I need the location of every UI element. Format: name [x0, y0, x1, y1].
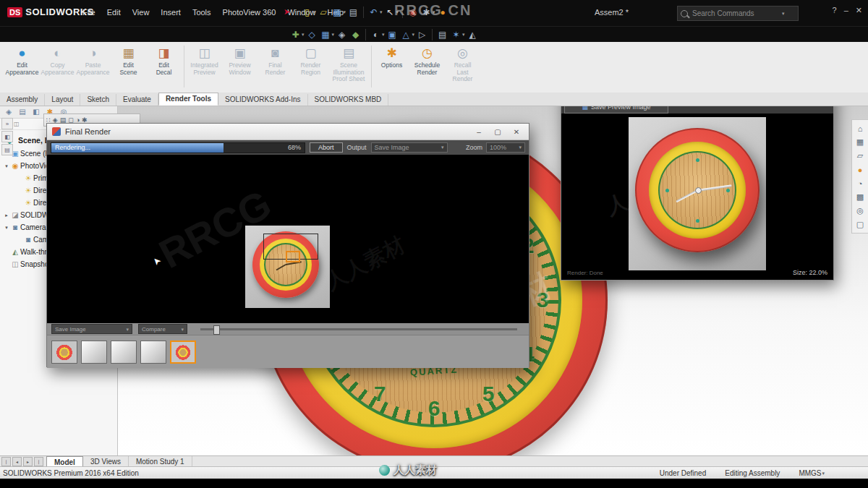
render-thumbnail[interactable] — [140, 341, 166, 364]
compare-image-select[interactable]: Save Image ▾ — [51, 324, 132, 334]
search-input[interactable] — [691, 9, 780, 18]
reference-geometry-caret-icon[interactable]: ▾ — [412, 32, 415, 38]
panel-list-icon[interactable]: ▤ — [1, 144, 13, 155]
split-pane-icon[interactable]: ◫ — [14, 121, 20, 127]
expand-icon[interactable]: ▢ — [854, 218, 867, 231]
print-icon[interactable]: ▤ — [347, 5, 359, 20]
copy-appearance-button[interactable]: ◐ Copy Appearance — [40, 45, 75, 76]
collapse-panel-icon[interactable]: » — [1, 118, 13, 129]
save-caret-icon[interactable]: ▾ — [344, 9, 346, 15]
units-selector[interactable]: MMGS ▾ — [799, 469, 825, 477]
tab-scroll-start-icon[interactable]: ❘ — [1, 457, 11, 466]
recall-last-render-button[interactable]: ◎ Recall Last Render — [445, 45, 480, 83]
edit-scene-button[interactable]: ▦ Edit Scene — [111, 45, 146, 76]
final-render-titlebar[interactable]: Final Render – ▢ ✕ — [47, 124, 529, 140]
close-icon[interactable]: ✕ — [856, 6, 862, 15]
render-region-button[interactable]: ▢ Render Region — [293, 45, 328, 76]
property-manager-tab-icon[interactable]: ▤ — [17, 108, 28, 116]
tab-solidworks-mbd[interactable]: SOLIDWORKS MBD — [308, 94, 389, 106]
maximize-icon[interactable]: ▢ — [490, 128, 505, 136]
linear-pattern-icon[interactable]: ▦ — [320, 27, 332, 42]
new-document-icon[interactable]: ▯ — [301, 5, 313, 20]
preview-window-button[interactable]: ▣ Preview Window — [222, 45, 258, 76]
options-button[interactable]: ✱ Options — [374, 45, 409, 69]
search-commands-box[interactable]: ▾ — [677, 6, 799, 21]
menu-file[interactable]: File — [77, 6, 101, 19]
tab-scroll-left-icon[interactable]: ◂ — [12, 457, 22, 466]
configuration-manager-tab-icon[interactable]: ◧ — [30, 108, 42, 116]
motion-study-icon[interactable]: ▷ — [416, 27, 428, 42]
render-region-handle[interactable] — [286, 251, 300, 262]
linear-pattern-caret-icon[interactable]: ▾ — [332, 32, 335, 38]
tab-motion-study-1[interactable]: Motion Study 1 — [129, 456, 192, 467]
undo-icon[interactable]: ↶ — [367, 5, 380, 20]
new-document-caret-icon[interactable]: ▾ — [313, 9, 316, 15]
insert-components-caret-icon[interactable]: ▾ — [302, 32, 305, 38]
panel-view-icon[interactable]: ◧ — [1, 131, 13, 142]
tab-render-tools[interactable]: Render Tools — [158, 93, 218, 106]
compare-slider[interactable] — [200, 328, 517, 330]
render-thumbnail[interactable] — [51, 341, 77, 364]
output-select[interactable]: Save Image ▾ — [371, 142, 448, 153]
tab-scroll-end-icon[interactable]: ❘ — [34, 457, 43, 466]
menu-edit[interactable]: Edit — [101, 6, 127, 19]
insert-components-icon[interactable]: ✚ — [289, 27, 302, 42]
exploded-view-icon[interactable]: ✶ — [450, 27, 462, 42]
folder-icon[interactable]: ▱ — [854, 149, 867, 163]
open-icon[interactable]: ▱ — [318, 5, 330, 20]
smart-fasteners-icon[interactable]: ◈ — [336, 27, 348, 42]
tab-scroll-right-icon[interactable]: ▸ — [23, 457, 33, 466]
preview-canvas[interactable]: 人人素材 Render: Done Size: 22.0% — [561, 114, 833, 279]
tab-layout[interactable]: Layout — [45, 94, 80, 106]
render-canvas[interactable]: RRCG 人人素材 ➤ — [47, 155, 529, 323]
final-render-window[interactable]: Final Render – ▢ ✕ Rendering... 68% Abor… — [46, 123, 529, 367]
menu-insert[interactable]: Insert — [155, 6, 187, 19]
bill-of-materials-icon[interactable]: ▤ — [436, 27, 448, 42]
expand-arrow-icon[interactable]: ▾ — [3, 163, 10, 169]
expand-arrow-icon[interactable]: ▾ — [3, 225, 10, 231]
move-component-icon[interactable]: ◆ — [349, 27, 362, 42]
magnifier-icon[interactable]: ◎ — [854, 204, 867, 218]
menu-tools[interactable]: Tools — [187, 6, 217, 19]
grid-icon[interactable]: ▩ — [854, 190, 867, 204]
tab-assembly[interactable]: Assembly — [0, 94, 45, 106]
expand-arrow-icon[interactable]: ▸ — [3, 213, 10, 218]
home-icon[interactable]: ⌂ — [854, 121, 867, 135]
tile-windows-icon[interactable]: ▦ — [854, 135, 867, 149]
undo-caret-icon[interactable]: ▾ — [380, 9, 383, 15]
mate-icon[interactable]: ◇ — [306, 27, 318, 42]
help-icon[interactable]: ? — [833, 6, 837, 15]
minimize-icon[interactable]: – — [472, 128, 486, 136]
exploded-view-caret-icon[interactable]: ▾ — [462, 32, 465, 38]
reference-geometry-icon[interactable]: △ — [400, 27, 412, 42]
menu-photoview-360[interactable]: PhotoView 360 — [217, 6, 282, 19]
appearance-ball-icon[interactable]: ● — [854, 163, 867, 176]
minimize-icon[interactable]: – — [844, 6, 848, 15]
search-caret-icon[interactable]: ▾ — [782, 11, 785, 17]
pin-menu-icon[interactable]: ➤ — [284, 7, 290, 17]
tab-solidworks-add-ins[interactable]: SOLIDWORKS Add-Ins — [218, 94, 307, 106]
render-thumbnail[interactable] — [81, 341, 107, 364]
paste-appearance-button[interactable]: ◑ Paste Appearance — [75, 45, 111, 76]
feature-manager-tab-icon[interactable]: ◈ — [3, 108, 14, 116]
show-hide-caret-icon[interactable]: ▾ — [382, 32, 385, 38]
show-hide-icon[interactable]: ◐ — [370, 27, 382, 42]
zoom-select[interactable]: 100% ▾ — [486, 142, 525, 153]
close-icon[interactable]: ✕ — [509, 128, 524, 136]
abort-button[interactable]: Abort — [310, 142, 343, 153]
tab-evaluate[interactable]: Evaluate — [116, 94, 158, 106]
pie-view-icon[interactable]: ◔ — [854, 176, 867, 190]
compare-mode-select[interactable]: Compare ▾ — [138, 324, 187, 334]
edit-appearance-button[interactable]: ● Edit Appearance — [4, 45, 40, 76]
edit-decal-button[interactable]: ◨ Edit Decal — [146, 45, 182, 76]
assembly-features-icon[interactable]: ▣ — [386, 27, 399, 42]
final-render-button[interactable]: ◙ Final Render — [258, 45, 293, 76]
menu-view[interactable]: View — [127, 6, 156, 19]
schedule-render-button[interactable]: ◷ Schedule Render — [409, 45, 445, 76]
render-thumbnail-selected[interactable] — [170, 341, 196, 364]
render-thumbnail[interactable] — [111, 341, 137, 364]
tab-3d-views[interactable]: 3D Views — [83, 456, 129, 467]
slider-handle[interactable] — [213, 325, 220, 335]
scene-illumination-proof-sheet-button[interactable]: ▤ Scene Illumination Proof Sheet — [328, 45, 369, 83]
save-icon[interactable]: ▦ — [331, 5, 344, 20]
